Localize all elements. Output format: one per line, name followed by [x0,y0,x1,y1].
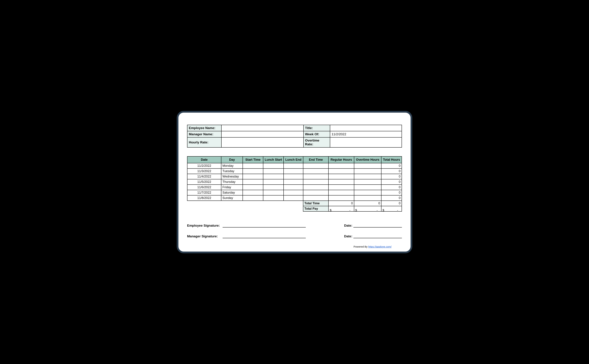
cell-start[interactable] [243,169,263,174]
hourly-rate-label: Hourly Rate: [187,137,221,147]
header-lunch-end: Lunch End [284,156,303,163]
overtime-rate-label: Overtime Rate: [303,137,330,147]
cell-lunch-start[interactable] [263,195,284,201]
cell-start[interactable] [243,163,263,169]
total-pay-overtime: $- [354,206,381,211]
cell-regular[interactable] [328,190,354,195]
header-regular: Regular Hours [328,156,354,163]
table-row: 11/6/2022Friday0 [187,185,402,190]
info-table: Employee Name: Title: Manager Name: Week… [187,125,402,148]
cell-end[interactable] [303,195,329,201]
cell-lunch-end[interactable] [284,195,303,201]
cell-date[interactable]: 11/7/2022 [187,190,221,195]
manager-name-value[interactable] [221,131,303,137]
cell-lunch-end[interactable] [284,169,303,174]
employee-signature-line[interactable] [223,224,306,228]
cell-regular[interactable] [328,163,354,169]
employee-name-label: Employee Name: [187,125,221,131]
cell-start[interactable] [243,179,263,185]
header-total: Total Hours [381,156,402,163]
cell-lunch-start[interactable] [263,169,284,174]
total-time-regular: 0 [328,201,354,206]
employee-name-value[interactable] [221,125,303,131]
table-row: 11/4/2022Wednesday0 [187,174,402,179]
cell-total: 0 [381,179,402,185]
powered-by: Powered By https://apploye.com/ [187,245,402,248]
cell-date[interactable]: 11/3/2022 [187,169,221,174]
manager-signature-row: Manager Signature: Date: [187,234,402,238]
cell-date[interactable]: 11/6/2022 [187,185,221,190]
cell-lunch-start[interactable] [263,185,284,190]
cell-overtime[interactable] [354,169,381,174]
cell-date[interactable]: 11/2/2022 [187,163,221,169]
employee-date-label: Date: [344,224,352,228]
title-value[interactable] [330,125,402,131]
signature-block: Employee Signature: Date: Manager Signat… [187,224,402,238]
cell-regular[interactable] [328,169,354,174]
week-of-value[interactable]: 11/2/2022 [330,131,402,137]
total-time-total: 0 [381,201,402,206]
cell-lunch-end[interactable] [284,190,303,195]
cell-lunch-end[interactable] [284,185,303,190]
cell-day[interactable]: Tuesday [221,169,243,174]
cell-overtime[interactable] [354,174,381,179]
overtime-rate-value[interactable] [330,137,402,147]
manager-signature-line[interactable] [223,234,306,238]
info-row: Hourly Rate: Overtime Rate: [187,137,402,147]
cell-end[interactable] [303,163,329,169]
cell-end[interactable] [303,169,329,174]
cell-day[interactable]: Sunday [221,195,243,201]
cell-day[interactable]: Thursday [221,179,243,185]
cell-regular[interactable] [328,195,354,201]
table-row: 11/3/2022Tuesday0 [187,169,402,174]
cell-lunch-start[interactable] [263,179,284,185]
cell-regular[interactable] [328,185,354,190]
cell-end[interactable] [303,174,329,179]
time-table: Date Day Start Time Lunch Start Lunch En… [187,156,402,212]
cell-day[interactable]: Monday [221,163,243,169]
powered-link[interactable]: https://apploye.com/ [368,245,392,248]
cell-date[interactable]: 11/5/2022 [187,179,221,185]
cell-start[interactable] [243,185,263,190]
cell-overtime[interactable] [354,163,381,169]
cell-regular[interactable] [328,174,354,179]
cell-lunch-end[interactable] [284,179,303,185]
cell-lunch-start[interactable] [263,190,284,195]
cell-total: 0 [381,169,402,174]
cell-lunch-end[interactable] [284,163,303,169]
cell-overtime[interactable] [354,195,381,201]
table-row: 11/8/2022Sunday0 [187,195,402,201]
cell-date[interactable]: 11/8/2022 [187,195,221,201]
hourly-rate-value[interactable] [221,137,303,147]
header-day: Day [221,156,243,163]
cell-total: 0 [381,195,402,201]
cell-total: 0 [381,163,402,169]
cell-start[interactable] [243,174,263,179]
week-of-label: Week Of: [303,131,330,137]
cell-day[interactable]: Wednesday [221,174,243,179]
cell-overtime[interactable] [354,190,381,195]
cell-lunch-start[interactable] [263,163,284,169]
total-time-label: Total Time [303,201,329,206]
cell-end[interactable] [303,190,329,195]
cell-date[interactable]: 11/4/2022 [187,174,221,179]
cell-end[interactable] [303,179,329,185]
cell-regular[interactable] [328,179,354,185]
employee-date-line[interactable] [353,224,402,228]
info-row: Manager Name: Week Of: 11/2/2022 [187,131,402,137]
cell-start[interactable] [243,195,263,201]
cell-start[interactable] [243,190,263,195]
header-start: Start Time [243,156,263,163]
cell-overtime[interactable] [354,185,381,190]
cell-lunch-start[interactable] [263,174,284,179]
info-row: Employee Name: Title: [187,125,402,131]
manager-date-line[interactable] [353,234,402,238]
cell-end[interactable] [303,185,329,190]
total-time-row: Total Time 0 0 0 [187,201,402,206]
cell-overtime[interactable] [354,179,381,185]
cell-day[interactable]: Saturday [221,190,243,195]
cell-total: 0 [381,190,402,195]
cell-lunch-end[interactable] [284,174,303,179]
header-overtime: Overtime Hours [354,156,381,163]
cell-day[interactable]: Friday [221,185,243,190]
